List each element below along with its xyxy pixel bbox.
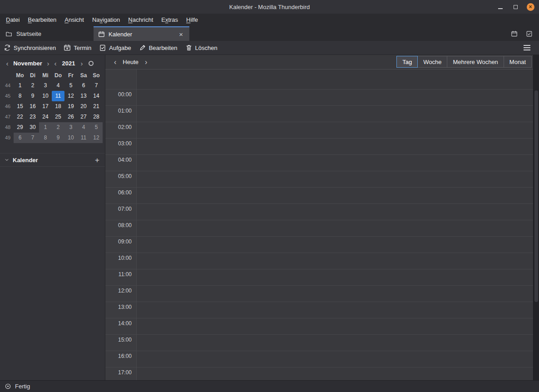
previous-day-button[interactable]: ‹ [110,59,120,66]
add-calendar-button[interactable]: + [95,156,99,164]
today-nav-button[interactable]: Heute [120,59,141,65]
minimonth-day[interactable]: 30 [26,122,39,133]
minimonth-day[interactable]: 21 [90,101,103,112]
minimonth-day[interactable]: 27 [77,112,90,122]
minimonth-day[interactable]: 18 [52,101,64,112]
close-button[interactable]: × [526,3,534,11]
vertical-scrollbar[interactable] [533,55,539,380]
restore-button[interactable] [511,3,519,11]
menu-nachricht[interactable]: Nachricht [124,14,157,26]
minimonth-day[interactable]: 29 [14,122,26,133]
delete-button[interactable]: Löschen [185,44,218,51]
minimonth-day[interactable]: 2 [52,122,64,133]
minimonth-day[interactable]: 1 [39,122,52,133]
minimonth-day[interactable]: 14 [90,91,103,101]
minimonth-day[interactable]: 5 [90,122,103,133]
view-day-button[interactable]: Tag [396,56,418,68]
hour-cell[interactable] [136,220,533,236]
minimonth-day[interactable]: 28 [90,112,103,122]
minimize-button[interactable] [496,3,504,11]
hour-cell[interactable] [136,318,533,334]
minimonth-day[interactable]: 12 [90,133,103,143]
hour-cell[interactable] [136,122,533,138]
hour-cell[interactable] [136,253,533,269]
menu-navigation[interactable]: Navigation [88,14,124,26]
minimonth-day[interactable]: 9 [52,133,64,143]
hour-cell[interactable] [136,139,533,154]
menu-ansicht[interactable]: Ansicht [60,14,88,26]
minimonth-day[interactable]: 3 [39,80,52,91]
hour-cell[interactable] [136,351,533,367]
calendar-list-header[interactable]: Kalender + [0,153,105,167]
minimonth-day[interactable]: 3 [64,122,77,133]
app-menu-button[interactable] [521,42,533,54]
minimonth-day[interactable]: 22 [14,112,26,122]
minimonth-day[interactable]: 7 [26,133,39,143]
menu-datei[interactable]: Datei [2,14,24,26]
minimonth-day[interactable]: 6 [77,80,90,91]
minimonth-day[interactable]: 20 [77,101,90,112]
minimonth-day[interactable]: 2 [26,80,39,91]
minimonth-day[interactable]: 13 [77,91,90,101]
menu-hilfe[interactable]: Hilfe [182,14,202,26]
minimonth-day[interactable]: 12 [64,91,77,101]
new-task-button[interactable]: Aufgabe [99,44,131,51]
minimonth-day[interactable]: 4 [77,122,90,133]
minimonth-day[interactable]: 16 [26,101,39,112]
titlebar[interactable]: Kalender - Mozilla Thunderbird × [0,0,539,14]
scrollbar-thumb[interactable] [534,90,538,302]
view-week-button[interactable]: Woche [417,56,447,68]
hour-cell[interactable] [136,89,533,105]
view-multiweek-button[interactable]: Mehrere Wochen [447,56,504,68]
minimonth-day[interactable]: 10 [64,133,77,143]
minimonth-day[interactable]: 11 [77,133,90,143]
hour-cell[interactable] [136,335,533,351]
minimonth-day[interactable]: 5 [64,80,77,91]
menu-bearbeiten[interactable]: Bearbeiten [24,14,60,26]
minimonth-day[interactable]: 10 [39,91,52,101]
minimonth-day[interactable]: 4 [52,80,64,91]
menu-extras[interactable]: Extras [157,14,182,26]
hour-cell[interactable] [136,269,533,285]
minimonth-day[interactable]: 6 [14,133,26,143]
hour-cell[interactable] [136,171,533,187]
tab-startseite[interactable]: Startseite [0,26,94,41]
hour-cell[interactable] [136,302,533,318]
minimonth-day-selected[interactable]: 11 [52,91,64,101]
minimonth-day[interactable]: 9 [26,91,39,101]
minimonth-day[interactable]: 24 [39,112,52,122]
open-calendar-tab-button[interactable] [508,30,520,37]
minimonth-day[interactable]: 8 [14,91,26,101]
minimonth-day[interactable]: 17 [39,101,52,112]
tab-close-icon[interactable]: × [177,30,185,38]
hour-cell[interactable] [136,367,533,380]
hour-cell[interactable] [136,155,533,171]
minimonth-day[interactable]: 15 [14,101,26,112]
minimonth-day[interactable]: 23 [26,112,39,122]
minimonth-day[interactable]: 8 [39,133,52,143]
minimonth-day[interactable]: 26 [64,112,77,122]
hour-cell[interactable] [136,286,533,302]
synchronize-button[interactable]: Synchronisieren [4,44,56,51]
minimonth-day[interactable]: 7 [90,80,103,91]
open-tasks-tab-button[interactable] [523,30,535,37]
view-month-button[interactable]: Monat [504,56,532,68]
hour-cell[interactable] [136,237,533,253]
minimonth-day[interactable]: 1 [14,80,26,91]
prev-month-button[interactable]: ‹ [4,60,11,67]
minimonth-day[interactable]: 19 [64,101,77,112]
next-month-button[interactable]: › [45,60,52,67]
allday-events-area[interactable] [136,69,533,89]
hour-cell[interactable] [136,188,533,203]
calendar-list[interactable] [0,167,105,380]
new-event-button[interactable]: Termin [64,44,91,51]
next-year-button[interactable]: › [78,60,85,67]
edit-button[interactable]: Bearbeiten [139,44,178,51]
hour-cell[interactable] [136,204,533,220]
tab-kalender[interactable]: Kalender × [94,26,189,41]
today-circle-button[interactable] [89,61,94,66]
hour-cell[interactable] [136,106,533,122]
prev-year-button[interactable]: ‹ [52,60,59,67]
minimonth-day[interactable]: 25 [52,112,64,122]
next-day-button[interactable]: › [141,59,151,66]
